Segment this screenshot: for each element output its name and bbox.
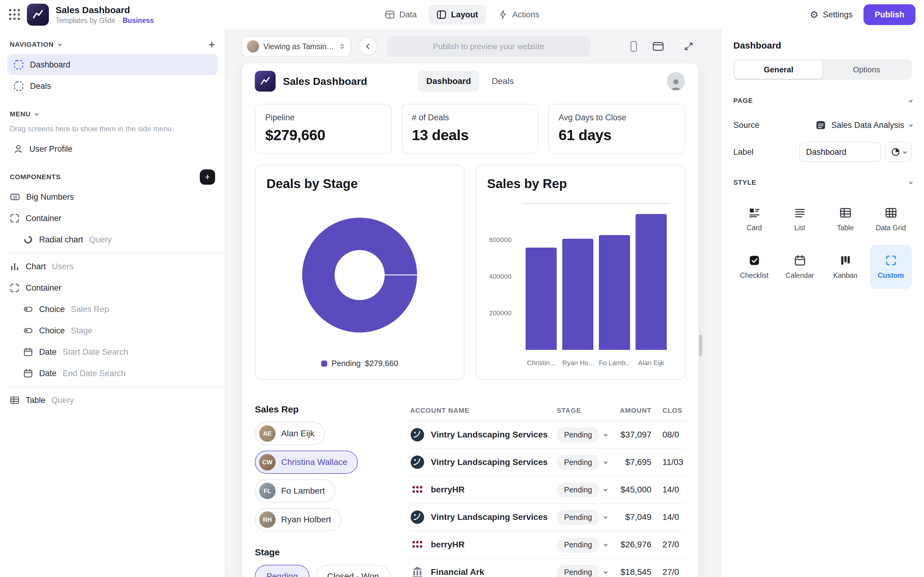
- style-custom[interactable]: Custom: [870, 245, 912, 289]
- stage-select[interactable]: Pending: [557, 565, 599, 577]
- table-header-row: ACCOUNT NAME STAGE AMOUNT CLOS: [410, 402, 685, 421]
- app-preview-window: Sales Dashboard Dashboard Deals Pipeline…: [241, 63, 698, 577]
- sidebar-item-user-profile[interactable]: User Profile: [7, 139, 218, 160]
- avatar: CW: [259, 454, 276, 471]
- add-component-button[interactable]: +: [200, 169, 215, 185]
- chevron-down-icon[interactable]: [604, 542, 607, 546]
- preview-tab-deals[interactable]: Deals: [483, 71, 522, 92]
- settings-button[interactable]: ⚙ Settings: [810, 10, 853, 19]
- style-checklist[interactable]: Checklist: [733, 245, 775, 289]
- stage-select[interactable]: Pending: [557, 427, 599, 442]
- tab-data[interactable]: Data: [377, 5, 425, 24]
- style-kanban[interactable]: Kanban: [824, 245, 866, 289]
- deals-by-stage-card[interactable]: Deals by Stage Pending $279,660: [255, 165, 464, 380]
- sales-rep-chip-christina[interactable]: CW Christina Wallace: [255, 451, 358, 474]
- chevron-down-icon[interactable]: [604, 487, 607, 491]
- table-row[interactable]: berryHR Pending $26,976 27/0: [410, 531, 685, 559]
- fullscreen-button[interactable]: [680, 38, 697, 55]
- scrollbar-thumb[interactable]: [699, 335, 702, 356]
- chevron-down-icon[interactable]: [35, 112, 39, 116]
- table-icon: [10, 395, 19, 405]
- stage-select[interactable]: Pending: [557, 510, 599, 525]
- column-header-stage[interactable]: STAGE: [557, 407, 618, 414]
- sidebar-item-dashboard[interactable]: Dashboard: [7, 54, 218, 75]
- publish-button[interactable]: Publish: [864, 4, 916, 25]
- topbar: Sales Dashboard Templates by Glide · Bus…: [0, 0, 924, 29]
- style-list[interactable]: List: [779, 197, 821, 241]
- table-row[interactable]: Vintry Landscaping Services Pending $7,0…: [410, 504, 685, 531]
- viewing-as-selector[interactable]: Viewing as Tamsin W...: [241, 36, 351, 57]
- calendar-icon: [23, 347, 33, 357]
- component-table[interactable]: Table Query: [0, 390, 225, 411]
- app-title: Sales Dashboard: [56, 5, 154, 16]
- phone-preview-button[interactable]: [625, 38, 642, 55]
- component-big-numbers[interactable]: 10 Big Numbers: [0, 186, 225, 208]
- main-area: NAVIGATION + Dashboard Deals MENU Drag s…: [0, 29, 924, 577]
- style-card[interactable]: Card: [733, 197, 775, 241]
- app-switcher-icon[interactable]: [8, 8, 21, 21]
- stage-select[interactable]: Pending: [557, 455, 599, 470]
- desktop-preview-button[interactable]: [649, 38, 667, 55]
- sidebar-item-deals[interactable]: Deals: [7, 76, 218, 97]
- stage-chip-pending[interactable]: Pending: [255, 565, 310, 577]
- back-button[interactable]: [359, 37, 377, 56]
- component-choice-stage[interactable]: Choice Stage: [0, 320, 225, 341]
- sales-rep-chip-fo[interactable]: FL Fo Lambert: [255, 479, 335, 503]
- kpi-pipeline[interactable]: Pipeline $279,660: [255, 104, 392, 154]
- user-avatar[interactable]: [667, 72, 685, 90]
- style-table[interactable]: Table: [824, 197, 866, 241]
- add-screen-button[interactable]: +: [208, 39, 215, 50]
- container-icon: [10, 283, 19, 293]
- component-container[interactable]: Container: [0, 277, 225, 298]
- chevron-down-icon[interactable]: [604, 570, 607, 574]
- sales-rep-chip-ryan[interactable]: RH Ryan Holbert: [255, 508, 341, 531]
- chevron-down-icon[interactable]: [58, 42, 62, 46]
- donut-chart[interactable]: [302, 218, 417, 332]
- component-choice-sales-rep[interactable]: Choice Sales Rep: [0, 298, 225, 320]
- stage-select[interactable]: Pending: [557, 537, 599, 552]
- preview-tab-dashboard[interactable]: Dashboard: [418, 71, 480, 92]
- style-data-grid[interactable]: Data Grid: [870, 197, 912, 241]
- table-row[interactable]: Financial Ark Pending $18,545 27/0: [410, 559, 685, 577]
- kpi-deals-count[interactable]: # of Deals 13 deals: [402, 104, 538, 154]
- label-input[interactable]: [799, 142, 881, 162]
- tab-general[interactable]: General: [735, 60, 822, 79]
- stage-select[interactable]: Pending: [557, 482, 599, 497]
- table-row[interactable]: Vintry Landscaping Services Pending $7,6…: [410, 449, 685, 476]
- table-row[interactable]: Vintry Landscaping Services Pending $37,…: [410, 421, 685, 449]
- sales-rep-chip-alan[interactable]: AE Alan Eijk: [255, 422, 325, 445]
- style-grid: Card List Table Data Grid Checklist: [733, 197, 912, 289]
- page-section-header[interactable]: PAGE: [733, 93, 912, 108]
- tab-layout[interactable]: Layout: [428, 5, 486, 24]
- column-header-close[interactable]: CLOS: [651, 407, 685, 414]
- source-select[interactable]: Sales Data Analysis: [815, 120, 912, 131]
- tab-options[interactable]: Options: [822, 60, 911, 79]
- component-date-start[interactable]: Date Start Date Search: [0, 341, 225, 363]
- checklist-icon: [748, 254, 761, 266]
- style-calendar[interactable]: Calendar: [779, 245, 821, 289]
- column-header-account[interactable]: ACCOUNT NAME: [410, 407, 557, 414]
- subtitle-text: Templates by Glide: [56, 16, 115, 24]
- component-chart[interactable]: Chart Users: [0, 256, 225, 277]
- column-header-amount[interactable]: AMOUNT: [618, 407, 651, 414]
- bar[interactable]: [562, 239, 593, 350]
- component-container[interactable]: Container: [0, 208, 225, 229]
- preview-url-bar[interactable]: Publish to preview your website: [387, 36, 590, 57]
- kpi-avg-days[interactable]: Avg Days to Close 61 days: [548, 104, 685, 154]
- component-date-end[interactable]: Date End Date Search: [0, 363, 225, 384]
- chevron-down-icon[interactable]: [604, 515, 607, 519]
- plan-badge[interactable]: Business: [123, 16, 154, 24]
- tab-actions[interactable]: Actions: [490, 5, 548, 24]
- chevron-down-icon[interactable]: [604, 460, 607, 464]
- bar[interactable]: [525, 248, 557, 350]
- chevron-down-icon[interactable]: [604, 432, 607, 436]
- bar[interactable]: [636, 214, 667, 350]
- bar[interactable]: [599, 235, 630, 350]
- table-row[interactable]: berryHR Pending $45,000 14/0: [410, 476, 685, 504]
- style-section-header[interactable]: STYLE: [733, 175, 912, 190]
- app-logo[interactable]: [27, 4, 49, 26]
- stage-chip-closed-won[interactable]: Closed - Won: [316, 565, 391, 577]
- component-radial-chart[interactable]: Radial chart Query: [0, 229, 225, 250]
- icon-picker[interactable]: [885, 142, 912, 162]
- sales-by-rep-card[interactable]: Sales by Rep 600000 400000 200000: [475, 165, 685, 380]
